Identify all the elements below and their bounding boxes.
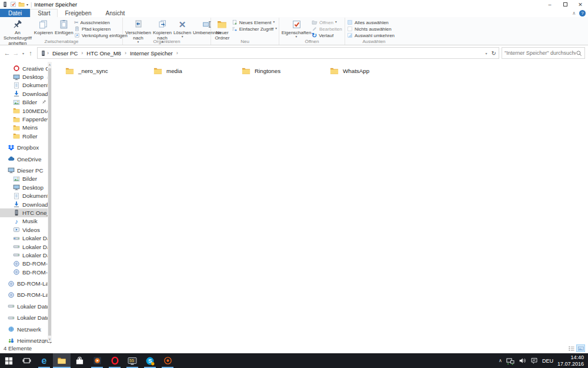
sidebar-item-meins[interactable]: Meins <box>0 124 52 132</box>
sidebar-item-downloads[interactable]: Downloads <box>0 200 52 208</box>
search-input[interactable] <box>505 50 576 56</box>
tab-start[interactable]: Start <box>30 9 58 17</box>
sidebar-item-dokumente-pinned[interactable]: Dokumente <box>0 81 52 89</box>
qat-customize-dropdown[interactable]: ▾ <box>26 2 28 6</box>
sidebar-scrollbar[interactable]: ∧ ∨ <box>48 62 52 342</box>
taskbar-skype[interactable] <box>141 353 159 368</box>
sidebar-item-bd-rom-laufwerk-root[interactable]: BD-ROM-Laufwer <box>0 291 52 299</box>
sidebar-item-videos[interactable]: Videos <box>0 226 52 234</box>
new-folder-button[interactable]: Neuer Ordner <box>213 18 232 41</box>
forward-button[interactable]: → <box>12 49 20 57</box>
scrollbar-thumb[interactable] <box>48 68 51 336</box>
open-button[interactable]: Öffnen▾ <box>312 19 342 25</box>
back-button[interactable]: ← <box>3 49 11 57</box>
sidebar-item-lokaler-datentraeger[interactable]: Lokaler Datenträ <box>0 243 52 251</box>
folder-whatsapp[interactable]: WhatsApp <box>329 67 417 75</box>
address-bar[interactable]: › Dieser PC › HTC One_M8 › Interner Spei… <box>37 47 499 59</box>
sidebar-item-dokumente[interactable]: Dokumente <box>0 191 52 200</box>
sidebar-item-100media[interactable]: 100MEDIA <box>0 107 52 115</box>
copy-path-button[interactable]: Pfad kopieren <box>74 26 128 32</box>
folder-icon <box>13 124 20 131</box>
sidebar-item-lokaler-datentraeger-c[interactable]: Lokaler Datenträ <box>0 234 52 242</box>
sidebar-item-bilder-pinned[interactable]: Bilder <box>0 98 52 107</box>
start-button[interactable] <box>0 353 18 368</box>
sidebar-item-fapperdev[interactable]: Fapperdev <box>0 115 52 123</box>
breadcrumb-htc-one-m8[interactable]: HTC One_M8 <box>83 50 124 57</box>
sidebar-item-netzwerk[interactable]: Netzwerk <box>0 325 52 333</box>
sidebar-item-lokaler-datentraeger-root[interactable]: Lokaler Datenträg <box>0 314 52 322</box>
recent-locations-dropdown[interactable]: ▾ <box>21 51 26 55</box>
details-view-button[interactable] <box>567 344 576 352</box>
sidebar-item-dieser-pc[interactable]: Dieser PC <box>0 166 52 174</box>
folder-nero-sync[interactable]: _nero_sync <box>65 67 153 75</box>
taskbar-edge[interactable]: e <box>35 353 53 368</box>
sidebar-item-bilder[interactable]: Bilder <box>0 175 52 183</box>
taskbar-store[interactable] <box>71 353 88 368</box>
sidebar-item-creative-cloud[interactable]: Creative Clou <box>0 64 52 72</box>
sidebar-item-dropbox[interactable]: Dropbox <box>0 144 52 152</box>
breadcrumb-interner-speicher[interactable]: Interner Speicher <box>127 50 176 57</box>
sidebar-item-bd-rom-laufwerk-root[interactable]: BD-ROM-Laufwer <box>0 279 52 287</box>
folder-media[interactable]: media <box>153 67 241 75</box>
sidebar-item-onedrive[interactable]: OneDrive <box>0 155 52 163</box>
scroll-down-icon[interactable]: ∨ <box>48 336 52 342</box>
select-none-button[interactable]: Nichts auswählen <box>347 26 395 32</box>
cut-button[interactable]: ✂Ausschneiden <box>74 19 128 25</box>
network-tray-icon[interactable] <box>506 357 514 365</box>
minimize-button[interactable]: – <box>542 0 557 9</box>
tab-ansicht[interactable]: Ansicht <box>99 9 132 17</box>
icons-view-button[interactable] <box>576 344 585 352</box>
taskbar-orange-app[interactable] <box>159 353 176 368</box>
sidebar-item-lokaler-datentraeger-root[interactable]: Lokaler Datenträg <box>0 302 52 310</box>
paste-button[interactable]: Einfügen <box>54 18 74 36</box>
sidebar-item-desktop[interactable]: Desktop <box>0 183 52 191</box>
copy-to-icon <box>158 19 167 29</box>
tab-freigeben[interactable]: Freigeben <box>58 9 98 17</box>
sidebar-item-bd-rom-laufwerk[interactable]: BD-ROM-Laufw <box>0 260 52 268</box>
help-button[interactable]: ? <box>579 10 586 16</box>
taskbar-movies-app[interactable] <box>88 353 106 368</box>
sidebar-item-downloads-pinned[interactable]: Downloads <box>0 89 52 98</box>
sidebar-item-heimnetzgruppe[interactable]: Heimnetzgruppe <box>0 336 52 343</box>
delete-button[interactable]: ✕ Löschen▾ <box>173 18 192 39</box>
scroll-up-icon[interactable]: ∧ <box>48 62 52 68</box>
folder-ringtones[interactable]: Ringtones <box>241 67 329 75</box>
new-item-button[interactable]: Neues Element▾ <box>232 19 277 25</box>
close-button[interactable]: ✕ <box>573 0 588 9</box>
qat-new-folder-icon[interactable] <box>18 1 25 8</box>
taskbar-capture-app[interactable] <box>123 353 141 368</box>
clock[interactable]: 14:40 17.07.2016 <box>557 354 584 367</box>
address-dropdown[interactable]: ▾ <box>484 51 489 55</box>
maximize-button[interactable] <box>557 0 573 9</box>
ribbon-collapse-icon[interactable]: ∧ <box>572 11 576 16</box>
history-button[interactable]: ↻Verlauf <box>312 32 342 38</box>
paste-shortcut-button[interactable]: Verknüpfung einfügen <box>74 32 128 38</box>
tray-expand-icon[interactable]: ∧ <box>499 358 502 363</box>
language-indicator[interactable]: DEU <box>542 358 553 364</box>
sidebar-item-bd-rom-laufwerk[interactable]: BD-ROM-Laufw <box>0 268 52 276</box>
sidebar-item-desktop-pinned[interactable]: Desktop <box>0 72 52 81</box>
breadcrumb-dieser-pc[interactable]: Dieser PC <box>49 50 81 57</box>
task-view-button[interactable] <box>18 353 35 368</box>
volume-icon[interactable] <box>519 357 526 364</box>
invert-selection-button[interactable]: Auswahl umkehren <box>347 32 395 38</box>
sidebar-item-roller[interactable]: Roller <box>0 132 52 140</box>
properties-button[interactable]: Eigenschaften▾ <box>281 18 312 39</box>
sidebar-item-htc-one-m8[interactable]: HTC One_M8 <box>0 208 52 217</box>
taskbar-opera[interactable] <box>106 353 123 368</box>
qat-properties-icon[interactable] <box>10 1 16 8</box>
search-icon[interactable] <box>576 50 582 57</box>
file-list[interactable]: _nero_sync media Ringtones WhatsApp <box>52 61 588 343</box>
easy-access-button[interactable]: Einfacher Zugriff▾ <box>232 26 277 32</box>
action-center-icon[interactable] <box>530 357 538 364</box>
tab-datei[interactable]: Datei <box>0 9 30 17</box>
search-box[interactable] <box>502 47 585 59</box>
refresh-button[interactable]: ↻ <box>492 50 496 57</box>
edit-button[interactable]: Bearbeiten <box>312 26 342 32</box>
taskbar-file-explorer[interactable] <box>53 353 71 368</box>
sidebar-item-musik[interactable]: ♪Musik <box>0 217 52 226</box>
copy-button[interactable]: Kopieren <box>33 18 54 36</box>
sidebar-item-lokaler-datentraeger[interactable]: Lokaler Datenträ <box>0 251 52 259</box>
up-button[interactable]: ↑ <box>26 49 35 57</box>
select-all-button[interactable]: Alles auswählen <box>347 19 395 25</box>
